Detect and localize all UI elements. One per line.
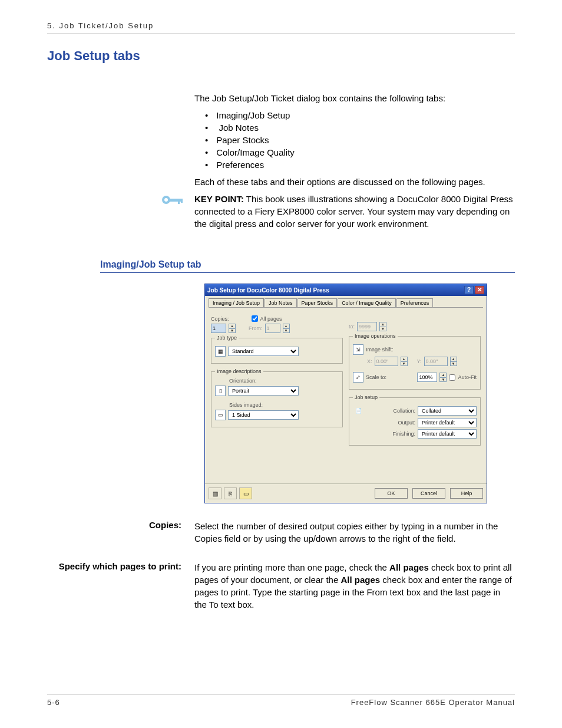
- copies-label: Copies:: [211, 316, 229, 322]
- scale-spinner[interactable]: ▲▼: [439, 373, 447, 382]
- titlebar-help-button[interactable]: ?: [464, 286, 474, 294]
- bullet-item: Paper Stocks: [194, 134, 515, 146]
- job-type-select[interactable]: Standard: [228, 347, 299, 356]
- key-point-label: KEY POINT:: [194, 194, 244, 204]
- svg-rect-4: [181, 199, 183, 203]
- subheading-rule: [100, 272, 515, 273]
- scale-icon[interactable]: ⤢: [353, 372, 363, 383]
- orientation-icon[interactable]: ▯: [215, 386, 226, 396]
- from-input: [265, 324, 280, 333]
- x-input: [375, 357, 398, 366]
- definition-copies: Copies: Select the number of desired out…: [47, 520, 515, 545]
- tab-color-image-quality[interactable]: Color / Image Quality: [338, 298, 396, 307]
- dialog-tabs: Imaging / Job Setup Job Notes Paper Stoc…: [205, 296, 487, 307]
- all-pages-checkbox[interactable]: [252, 315, 258, 322]
- key-icon: [160, 193, 186, 207]
- tab-job-notes[interactable]: Job Notes: [265, 298, 297, 307]
- bullet-item: Job Notes: [194, 121, 515, 134]
- cancel-button[interactable]: Cancel: [412, 488, 445, 499]
- definition-specify-pages: Specify which pages to print: If you are…: [47, 561, 515, 611]
- copies-spinner[interactable]: ▲▼: [229, 324, 236, 333]
- auto-fit-checkbox[interactable]: [449, 374, 455, 381]
- collation-select[interactable]: Collated: [418, 406, 477, 416]
- copies-input[interactable]: [211, 324, 226, 333]
- image-operations-fieldset: Image operations ⇲ Image shift: X: ▲▼ Y:…: [349, 333, 481, 390]
- to-spinner: ▲▼: [379, 322, 386, 331]
- bullet-item: Imaging/Job Setup: [194, 109, 515, 121]
- job-setup-dialog: Job Setup for DocuColor 8000 Digital Pre…: [204, 284, 487, 503]
- collation-label: Collation:: [393, 408, 415, 414]
- from-label: From:: [249, 325, 263, 331]
- job-setup-icon: 📄: [353, 406, 363, 416]
- svg-rect-3: [178, 199, 180, 204]
- job-type-icon[interactable]: ▦: [215, 346, 226, 357]
- definition-body-copies: Select the number of desired output copi…: [194, 520, 515, 545]
- image-operations-legend: Image operations: [353, 333, 398, 339]
- heading-imaging-job-setup-tab: Imaging/Job Setup tab: [100, 259, 515, 270]
- scale-label: Scale to:: [366, 374, 386, 380]
- footer-manual-title: FreeFlow Scanner 665E Operator Manual: [351, 698, 515, 707]
- toolbar-icon-2[interactable]: ⎘: [224, 487, 237, 499]
- image-shift-icon[interactable]: ⇲: [353, 344, 363, 355]
- from-spinner: ▲▼: [283, 324, 290, 333]
- y-input: [424, 357, 448, 366]
- output-select[interactable]: Printer default: [418, 418, 477, 427]
- dialog-title: Job Setup for DocuColor 8000 Digital Pre…: [207, 287, 329, 294]
- orientation-select[interactable]: Portrait: [228, 386, 299, 396]
- svg-point-1: [164, 198, 168, 202]
- titlebar-close-button[interactable]: ✕: [475, 286, 484, 294]
- finishing-select[interactable]: Printer default: [418, 429, 477, 439]
- key-point-paragraph: KEY POINT: This book uses illustrations …: [194, 193, 515, 230]
- definition-body-specify-pages: If you are printing more than one page, …: [194, 561, 515, 611]
- footer-page-number: 5-6: [47, 698, 60, 707]
- dialog-button-bar: ▥ ⎘ ▭ OK Cancel Help: [205, 483, 487, 503]
- toolbar-icon-1[interactable]: ▥: [209, 487, 222, 499]
- dialog-titlebar[interactable]: Job Setup for DocuColor 8000 Digital Pre…: [205, 284, 487, 296]
- definition-term-specify-pages: Specify which pages to print:: [47, 561, 194, 611]
- finishing-label: Finishing:: [392, 431, 415, 437]
- toolbar-icon-3[interactable]: ▭: [239, 487, 252, 499]
- text-span: If you are printing more than one page, …: [194, 562, 389, 572]
- help-button[interactable]: Help: [450, 488, 483, 499]
- all-pages-label: All pages: [260, 316, 282, 322]
- tab-list: Imaging/Job Setup Job Notes Paper Stocks…: [194, 109, 515, 171]
- to-input: [357, 322, 377, 331]
- to-label: to:: [349, 324, 355, 330]
- y-label: Y:: [417, 358, 422, 364]
- header-rule: [47, 34, 515, 34]
- x-spinner: ▲▼: [401, 357, 408, 366]
- image-shift-label: Image shift:: [366, 347, 394, 353]
- ok-button[interactable]: OK: [375, 488, 408, 499]
- page-footer: 5-6 FreeFlow Scanner 665E Operator Manua…: [47, 694, 515, 707]
- bullet-item: Preferences: [194, 159, 515, 171]
- scale-input[interactable]: [417, 373, 437, 382]
- intro-block: The Job Setup/Job Ticket dialog box cont…: [194, 92, 515, 235]
- x-label: X:: [367, 358, 372, 364]
- orientation-label: Orientation:: [229, 378, 339, 384]
- sides-imaged-select[interactable]: 1 Sided: [228, 410, 299, 420]
- sides-imaged-icon[interactable]: ▭: [215, 410, 226, 420]
- after-bullets-paragraph: Each of these tabs and their options are…: [194, 176, 515, 188]
- auto-fit-label: Auto-Fit: [458, 374, 477, 380]
- heading-job-setup-tabs: Job Setup tabs: [47, 48, 515, 64]
- job-type-legend: Job type: [215, 335, 239, 341]
- bold-all-pages-2: All pages: [340, 575, 380, 585]
- tab-paper-stocks[interactable]: Paper Stocks: [297, 298, 338, 307]
- image-descriptions-legend: Image descriptions: [215, 368, 263, 374]
- tab-imaging-job-setup[interactable]: Imaging / Job Setup: [209, 298, 264, 307]
- sides-imaged-label: Sides imaged:: [229, 402, 339, 408]
- image-descriptions-fieldset: Image descriptions Orientation: ▯ Portra…: [211, 368, 343, 427]
- bullet-item: Color/Image Quality: [194, 146, 515, 159]
- running-head: 5. Job Ticket/Job Setup: [47, 21, 515, 30]
- job-setup-legend: Job setup: [353, 394, 379, 400]
- job-setup-fieldset: Job setup 📄 Collation: Collated Output: …: [349, 394, 481, 446]
- bold-all-pages-1: All pages: [389, 562, 429, 572]
- svg-rect-2: [170, 199, 183, 202]
- intro-paragraph: The Job Setup/Job Ticket dialog box cont…: [194, 92, 515, 104]
- definition-term-copies: Copies:: [47, 520, 194, 545]
- tab-preferences[interactable]: Preferences: [396, 298, 434, 307]
- output-label: Output:: [398, 420, 415, 426]
- y-spinner: ▲▼: [450, 357, 457, 366]
- job-type-fieldset: Job type ▦ Standard: [211, 335, 343, 364]
